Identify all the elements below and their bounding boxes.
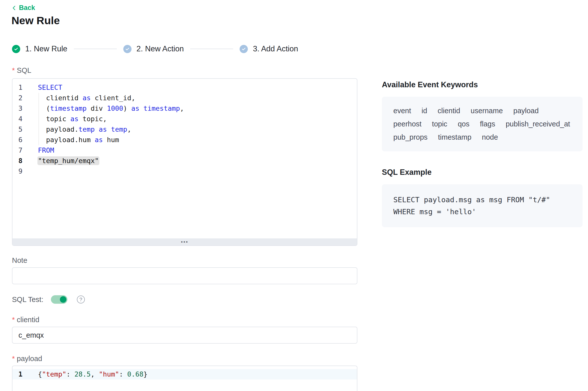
required-asterisk: * (12, 355, 15, 363)
code-line-1: 1{"temp": 28.5, "hum": 0.68} (12, 369, 357, 380)
required-asterisk: * (12, 316, 15, 324)
sql-code-editor[interactable]: 1SELECT2 clientid as client_id,3 (timest… (12, 78, 357, 246)
line-number: 8 (12, 156, 22, 166)
step-connector (190, 49, 233, 49)
step-3-add-action: 3. Add Action (240, 44, 298, 53)
check-circle-icon (12, 45, 20, 53)
sql-field-label: *SQL (12, 66, 31, 75)
keyword-peerhost: peerhost (393, 120, 422, 128)
keyword-publish_received_at: publish_received_at (506, 120, 570, 128)
clientid-field-label: *clientid (12, 316, 39, 324)
line-number: 7 (12, 145, 22, 156)
payload-code-editor[interactable]: 1{"temp": 28.5, "hum": 0.68} (12, 366, 357, 391)
keyword-username: username (471, 107, 503, 115)
keywords-title: Available Event Keywords (382, 80, 583, 89)
step-3-label: 3. Add Action (253, 44, 298, 53)
keyword-timestamp: timestamp (438, 133, 471, 141)
payload-field-label: *payload (12, 355, 42, 363)
line-number: 9 (12, 166, 22, 177)
line-number: 6 (12, 135, 22, 145)
keyword-topic: topic (432, 120, 447, 128)
code-line-7: 7FROM (12, 145, 357, 156)
line-number: 2 (12, 93, 22, 103)
clientid-input[interactable] (12, 327, 357, 344)
step-2-new-action: 2. New Action (123, 44, 184, 53)
code-line-6: 6 payload.hum as hum (12, 135, 357, 145)
sql-example-title: SQL Example (382, 168, 583, 177)
check-circle-icon (123, 45, 132, 53)
toggle-knob (60, 296, 66, 303)
note-input[interactable] (12, 267, 357, 284)
help-icon[interactable]: ? (77, 295, 85, 303)
keyword-pub_props: pub_props (393, 133, 428, 141)
keyword-node: node (482, 133, 498, 141)
sql-test-toggle[interactable] (51, 295, 67, 304)
back-label: Back (19, 4, 35, 12)
note-field-label: Note (12, 256, 27, 265)
sidebar: Available Event Keywords eventidclientid… (382, 80, 583, 227)
code-line-4: 4 topic as topic, (12, 114, 357, 124)
line-number: 1 (12, 369, 22, 380)
code-line-8: 8"temp_hum/emqx" (12, 156, 357, 166)
check-circle-icon (240, 45, 248, 53)
sql-test-label: SQL Test: (12, 295, 43, 304)
sql-example-line: SELECT payload.msg as msg FROM "t/#" (393, 194, 571, 206)
page-title: New Rule (11, 14, 60, 27)
keyword-payload: payload (513, 107, 539, 115)
sql-example-line: WHERE msg = 'hello' (393, 206, 571, 218)
keyword-clientid: clientid (438, 107, 460, 115)
step-connector (74, 49, 117, 49)
keyword-flags: flags (480, 120, 495, 128)
line-number: 5 (12, 124, 22, 135)
keyword-qos: qos (458, 120, 469, 128)
keyword-id: id (422, 107, 427, 115)
stepper: 1. New Rule 2. New Action 3. Add Action (12, 44, 298, 53)
code-line-5: 5 payload.temp as temp, (12, 124, 357, 135)
line-number: 4 (12, 114, 22, 124)
line-number: 1 (12, 82, 22, 93)
event-keywords-box: eventidclientidusernamepayloadpeerhostto… (382, 97, 583, 151)
payload-editor-lines: 1{"temp": 28.5, "hum": 0.68} (12, 366, 357, 380)
code-line-1: 1SELECT (12, 82, 357, 93)
keyword-event: event (393, 107, 411, 115)
line-number: 3 (12, 103, 22, 114)
new-rule-page: Back New Rule 1. New Rule 2. New Action … (0, 0, 588, 391)
required-asterisk: * (12, 66, 15, 74)
step-1-new-rule: 1. New Rule (12, 44, 67, 53)
resize-dots-icon: ••• (181, 239, 188, 245)
sql-editor-lines: 1SELECT2 clientid as client_id,3 (timest… (12, 79, 357, 177)
code-line-2: 2 clientid as client_id, (12, 93, 357, 103)
editor-resize-handle[interactable]: ••• (12, 238, 357, 245)
code-line-3: 3 (timestamp div 1000) as timestamp, (12, 103, 357, 114)
code-line-9: 9 (12, 166, 357, 177)
sql-test-row: SQL Test: ? (12, 295, 85, 304)
sql-example-box: SELECT payload.msg as msg FROM "t/#" WHE… (382, 184, 583, 227)
chevron-left-icon (11, 5, 17, 11)
step-2-label: 2. New Action (137, 44, 184, 53)
back-link[interactable]: Back (11, 4, 35, 12)
step-1-label: 1. New Rule (25, 44, 67, 53)
